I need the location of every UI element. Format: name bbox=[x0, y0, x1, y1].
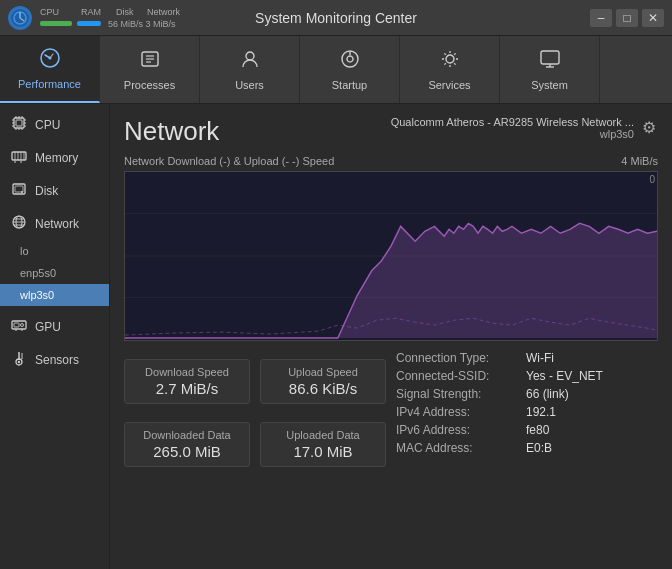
downloaded-data-box: Downloaded Data 265.0 MiB bbox=[124, 422, 250, 467]
close-button[interactable]: ✕ bbox=[642, 9, 664, 27]
sidebar-item-disk[interactable]: Disk bbox=[0, 174, 109, 207]
sidebar-sub-lo[interactable]: lo bbox=[0, 240, 109, 262]
upload-speed-label: Upload Speed bbox=[271, 366, 375, 378]
startup-icon bbox=[339, 48, 361, 75]
network-mini-label: Network bbox=[147, 7, 180, 17]
sidebar: CPU Memory bbox=[0, 104, 110, 569]
speed-stats-row: Download Speed 2.7 MiB/s Upload Speed 86… bbox=[124, 359, 386, 404]
nav-item-users[interactable]: Users bbox=[200, 36, 300, 103]
sidebar-sub-enp5s0[interactable]: enp5s0 bbox=[0, 262, 109, 284]
info-row-signal: Signal Strength: 66 (link) bbox=[396, 385, 658, 403]
svg-rect-48 bbox=[14, 323, 19, 327]
performance-icon bbox=[39, 47, 61, 74]
window-controls: – □ ✕ bbox=[590, 9, 664, 27]
ssid-val: Yes - EV_NET bbox=[526, 369, 603, 383]
network-speed: 56 MiB/s 3 MiB/s bbox=[108, 19, 176, 29]
info-row-mac: MAC Address: E0:B bbox=[396, 439, 658, 457]
mac-key: MAC Address: bbox=[396, 441, 526, 455]
cpu-icon bbox=[10, 115, 28, 134]
svg-point-54 bbox=[18, 361, 20, 363]
device-id: wlp3s0 bbox=[391, 128, 634, 140]
gear-button[interactable]: ⚙ bbox=[640, 116, 658, 139]
svg-point-5 bbox=[48, 57, 51, 60]
chart-label: Network Download (-) & Upload (- -) Spee… bbox=[124, 155, 658, 167]
minimize-button[interactable]: – bbox=[590, 9, 612, 27]
sidebar-sub-wlp3s0[interactable]: wlp3s0 bbox=[0, 284, 109, 306]
disk-mini-label: Disk bbox=[116, 7, 144, 17]
ipv6-key: IPv6 Address: bbox=[396, 423, 526, 437]
svg-point-12 bbox=[347, 56, 353, 62]
svg-point-41 bbox=[21, 191, 23, 193]
ipv6-val: fe80 bbox=[526, 423, 549, 437]
services-icon bbox=[439, 48, 461, 75]
nav-label-processes: Processes bbox=[124, 79, 175, 91]
info-row-ssid: Connected-SSID: Yes - EV_NET bbox=[396, 367, 658, 385]
upload-speed-value: 86.6 KiB/s bbox=[271, 380, 375, 397]
device-info: Qualcomm Atheros - AR9285 Wireless Netwo… bbox=[391, 116, 634, 140]
nav-item-performance[interactable]: Performance bbox=[0, 36, 100, 103]
nav-item-processes[interactable]: Processes bbox=[100, 36, 200, 103]
uploaded-data-label: Uploaded Data bbox=[271, 429, 375, 441]
nav-bar: Performance Processes Users bbox=[0, 36, 672, 104]
sidebar-network-label: Network bbox=[35, 217, 79, 231]
sidebar-item-cpu[interactable]: CPU bbox=[0, 108, 109, 141]
sidebar-gpu-label: GPU bbox=[35, 320, 61, 334]
svg-point-10 bbox=[246, 52, 254, 60]
signal-val: 66 (link) bbox=[526, 387, 569, 401]
mini-stats: CPU RAM Disk Network 56 MiB/s 3 MiB/s bbox=[40, 7, 180, 29]
users-icon bbox=[239, 48, 261, 75]
sidebar-memory-label: Memory bbox=[35, 151, 78, 165]
maximize-button[interactable]: □ bbox=[616, 9, 638, 27]
app-icon bbox=[8, 6, 32, 30]
download-speed-value: 2.7 MiB/s bbox=[135, 380, 239, 397]
processes-icon bbox=[139, 48, 161, 75]
info-row-connection: Connection Type: Wi-Fi bbox=[396, 349, 658, 367]
info-table: Connection Type: Wi-Fi Connected-SSID: Y… bbox=[396, 349, 658, 467]
downloaded-data-value: 265.0 MiB bbox=[135, 443, 239, 460]
signal-key: Signal Strength: bbox=[396, 387, 526, 401]
downloaded-data-label: Downloaded Data bbox=[135, 429, 239, 441]
sidebar-item-sensors[interactable]: Sensors bbox=[0, 343, 109, 376]
title-bar-left: CPU RAM Disk Network 56 MiB/s 3 MiB/s bbox=[8, 6, 180, 30]
content-header: Network Qualcomm Atheros - AR9285 Wirele… bbox=[124, 116, 658, 147]
sidebar-cpu-label: CPU bbox=[35, 118, 60, 132]
chart-zero-value: 0 bbox=[649, 174, 655, 185]
sidebar-item-memory[interactable]: Memory bbox=[0, 141, 109, 174]
sidebar-item-network[interactable]: Network bbox=[0, 207, 109, 240]
nav-label-users: Users bbox=[235, 79, 264, 91]
info-row-ipv6: IPv6 Address: fe80 bbox=[396, 421, 658, 439]
content-title: Network bbox=[124, 116, 219, 147]
nav-item-system[interactable]: System bbox=[500, 36, 600, 103]
upload-speed-box: Upload Speed 86.6 KiB/s bbox=[260, 359, 386, 404]
network-chart: 0 bbox=[124, 171, 658, 341]
sidebar-item-gpu[interactable]: GPU bbox=[0, 310, 109, 343]
app-title: System Monitoring Center bbox=[255, 10, 417, 26]
nav-label-system: System bbox=[531, 79, 568, 91]
svg-rect-15 bbox=[541, 51, 559, 64]
sensors-icon bbox=[10, 350, 28, 369]
download-speed-label: Download Speed bbox=[135, 366, 239, 378]
disk-icon bbox=[10, 181, 28, 200]
bottom-section: Download Speed 2.7 MiB/s Upload Speed 86… bbox=[124, 349, 658, 467]
uploaded-data-value: 17.0 MiB bbox=[271, 443, 375, 460]
data-stats-row: Downloaded Data 265.0 MiB Uploaded Data … bbox=[124, 422, 386, 467]
ipv4-key: IPv4 Address: bbox=[396, 405, 526, 419]
main-area: CPU Memory bbox=[0, 104, 672, 569]
sidebar-sensors-label: Sensors bbox=[35, 353, 79, 367]
nav-item-services[interactable]: Services bbox=[400, 36, 500, 103]
nav-label-performance: Performance bbox=[18, 78, 81, 90]
memory-icon bbox=[10, 148, 28, 167]
ipv4-val: 192.1 bbox=[526, 405, 556, 419]
system-icon bbox=[539, 48, 561, 75]
chart-speed: 4 MiB/s bbox=[621, 155, 658, 167]
svg-rect-19 bbox=[16, 120, 22, 126]
connection-type-key: Connection Type: bbox=[396, 351, 526, 365]
cpu-mini-bar bbox=[40, 21, 72, 26]
content-area: Network Qualcomm Atheros - AR9285 Wirele… bbox=[110, 104, 672, 569]
nav-item-startup[interactable]: Startup bbox=[300, 36, 400, 103]
svg-point-49 bbox=[21, 324, 24, 327]
chart-svg bbox=[125, 172, 657, 340]
info-row-ipv4: IPv4 Address: 192.1 bbox=[396, 403, 658, 421]
device-name: Qualcomm Atheros - AR9285 Wireless Netwo… bbox=[391, 116, 634, 128]
cpu-mini-label: CPU bbox=[40, 7, 78, 17]
